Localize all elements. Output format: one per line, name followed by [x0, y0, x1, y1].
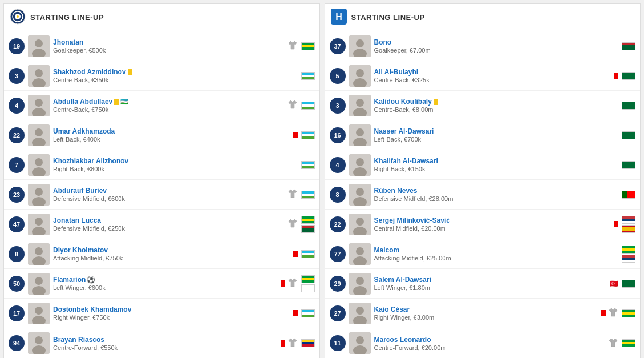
player-photo [349, 124, 371, 146]
player-number: 22 [330, 216, 346, 232]
player-name-link[interactable]: Nasser Al-Dawsari [374, 127, 434, 135]
player-number: 94 [9, 335, 25, 351]
team-logo [10, 9, 26, 26]
player-info: Diyor KholmatovAttacking Midfield, €750k [53, 246, 288, 262]
player-flags-area [622, 161, 635, 169]
player-row: 29 Salem Al-DawsariLeft Winger, €1.80m🇹🇷 [325, 269, 641, 299]
player-name-link[interactable]: Khozhiakbar Alizhonov [53, 157, 128, 165]
player-number: 50 [9, 276, 25, 292]
player-flag [301, 161, 315, 169]
player-number: 23 [9, 187, 25, 203]
player-number: 4 [9, 98, 25, 114]
player-row: 16 Nasser Al-DawsariLeft-Back, €700k [325, 120, 641, 150]
player-action-icons [291, 251, 298, 257]
substitution-icon [287, 40, 298, 52]
svg-point-5 [35, 39, 43, 47]
player-name-link[interactable]: Abdurauf Buriev [53, 187, 107, 195]
yellow-card-icon [128, 69, 132, 75]
player-details: Right-Back, €800k [53, 166, 294, 172]
player-row: 37 BonoGoalkeeper, €7.00m [325, 31, 641, 61]
player-name-link[interactable]: Kalidou Koulibaly [374, 98, 438, 106]
player-flags-area [622, 102, 635, 110]
player-info: Marcos LeonardoCentre-Forward, €20.00m [374, 336, 605, 351]
player-flags-area [301, 250, 315, 258]
player-name-link[interactable]: Abdulla Abdullaev🇺🇿 [53, 98, 128, 106]
player-name-link[interactable]: Rúben Neves [374, 187, 418, 195]
player-photo [28, 273, 50, 295]
player-info: Abdurauf BurievDefensive Midfield, €600k [53, 187, 284, 202]
player-details: Goalkeeper, €7.00m [374, 47, 615, 54]
player-name-link[interactable]: Marcos Leonardo [374, 336, 431, 344]
player-flag [301, 42, 315, 50]
svg-point-17 [35, 158, 43, 166]
substitution-icon [287, 218, 298, 230]
player-name-link[interactable]: Kaio César [374, 305, 410, 313]
svg-point-23 [35, 218, 43, 226]
player-details: Attacking Midfield, €750k [53, 255, 288, 262]
player-flag [622, 280, 635, 288]
player-name-link[interactable]: Khalifah Al-Dawsari [374, 157, 438, 165]
player-name-link[interactable]: Malcom [374, 246, 400, 254]
player-photo [349, 303, 371, 324]
player-photo [28, 35, 50, 57]
player-flag [622, 339, 635, 347]
player-flag [301, 339, 315, 347]
teams-row: STARTING LINE-UP19 JhonatanGoalkeeper, €… [0, 0, 644, 358]
player-number: 11 [330, 335, 346, 351]
player-name-link[interactable]: Sergej Milinković-Savić [374, 216, 450, 224]
player-flag [622, 216, 635, 224]
player-details: Defensive Midfield, €250k [53, 225, 284, 232]
player-name-link[interactable]: Diyor Kholmatov [53, 246, 108, 254]
player-details: Right Winger, €3.00m [374, 314, 597, 321]
player-row: 47 Jonatan LuccaDefensive Midfield, €250… [4, 210, 319, 239]
substitution-icon [608, 337, 618, 349]
player-flag [301, 131, 315, 139]
substitution-icon [608, 307, 618, 319]
player-photo [349, 35, 371, 57]
player-action-icons [608, 337, 618, 349]
player-flag [301, 72, 315, 80]
player-flag [622, 131, 635, 139]
player-flag [622, 161, 635, 169]
player-info: JhonatanGoalkeeper, €500k [53, 38, 284, 54]
player-row: 17 Dostonbek KhamdamovRight Winger, €750… [4, 299, 319, 328]
player-details: Left Winger, €600k [53, 284, 276, 291]
player-name-link[interactable]: Brayan Riascos [53, 336, 104, 344]
svg-point-58 [356, 218, 364, 226]
player-info: Kalidou KoulibalyCentre-Back, €8.00m [374, 98, 615, 113]
svg-point-29 [35, 277, 43, 285]
player-photo [28, 95, 50, 116]
player-photo [349, 243, 371, 265]
red-card-icon [614, 73, 618, 79]
substitution-icon [287, 188, 298, 200]
player-photo [28, 303, 50, 324]
player-name-link[interactable]: Bono [374, 38, 392, 46]
player-name-link[interactable]: Flamarion⚽ [53, 276, 95, 284]
red-card-icon [293, 310, 298, 316]
player-name-link[interactable]: Dostonbek Khamdamov [53, 305, 131, 313]
player-number: 8 [330, 187, 346, 203]
player-name-link[interactable]: Umar Adkhamzoda [53, 127, 115, 135]
player-flags-area [301, 161, 315, 169]
svg-point-67 [356, 307, 364, 315]
player-flag [622, 255, 635, 263]
svg-point-70 [356, 336, 364, 344]
player-photo [28, 65, 50, 87]
player-row: 23 Abdurauf BurievDefensive Midfield, €6… [4, 180, 319, 210]
player-details: Goalkeeper, €500k [53, 47, 284, 54]
player-number: 5 [330, 68, 346, 84]
player-name-link[interactable]: Shakhzod Azmiddinov [53, 68, 132, 76]
player-name-link[interactable]: Jhonatan [53, 38, 83, 46]
player-name-link[interactable]: Salem Al-Dawsari [374, 276, 431, 284]
player-photo [349, 184, 371, 206]
player-name-link[interactable]: Jonatan Lucca [53, 216, 101, 224]
player-details: Centre-Back, €350k [53, 77, 294, 83]
team-title: STARTING LINE-UP [30, 13, 104, 22]
player-row: 3 Shakhzod AzmiddinovCentre-Back, €350k [4, 61, 319, 91]
player-name-link[interactable]: Ali Al-Bulayhi [374, 68, 419, 76]
player-flags-area [301, 131, 315, 139]
svg-point-14 [35, 128, 43, 136]
player-number: 3 [330, 98, 346, 114]
player-details: Centre-Back, €750k [53, 106, 284, 113]
player-flag [622, 42, 635, 50]
